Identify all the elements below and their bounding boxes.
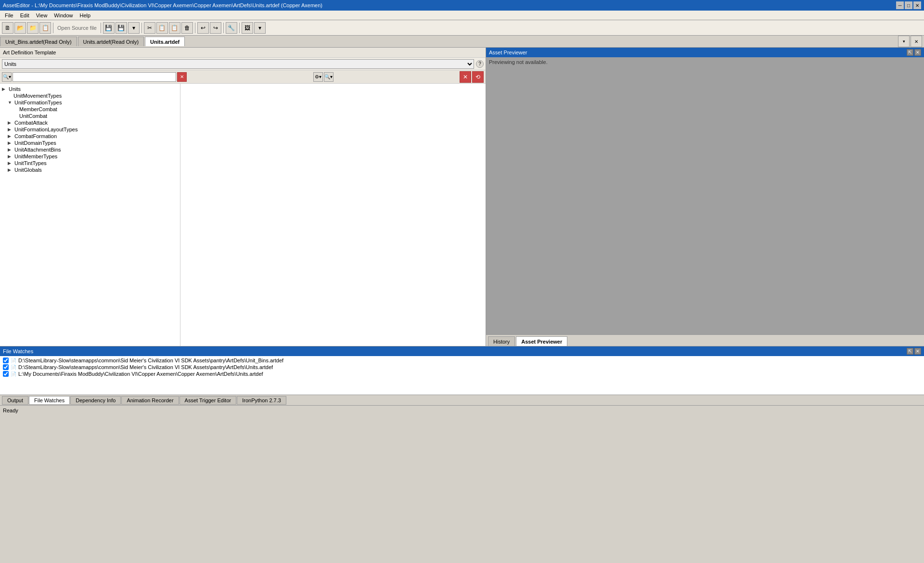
tab-units-artdef[interactable]: Units.artdef <box>145 37 185 46</box>
tree-panel: ▶ Units UnitMovementTypes ▼ UnitFormatio… <box>0 84 180 346</box>
tree-arrow-unitformationlayouttypes: ▶ <box>8 127 13 132</box>
tree-arrow-unitdomaintypes: ▶ <box>8 141 13 145</box>
tree-arrow-unitTintTypes: ▶ <box>8 161 13 166</box>
file-watches-float-btn[interactable]: ⇱ <box>907 348 913 355</box>
tree-arrow-unitattachmentbins: ▶ <box>8 147 13 152</box>
tree-arrow-units: ▶ <box>2 87 7 91</box>
undo-button[interactable]: ↩ <box>197 22 209 34</box>
tree-item-unitcombat[interactable]: UnitCombat <box>0 113 180 119</box>
file-watch-check-0[interactable] <box>3 358 9 363</box>
tree-label-units: Units <box>9 86 21 92</box>
status-tab-asset-trigger-editor[interactable]: Asset Trigger Editor <box>180 396 237 405</box>
tab-history[interactable]: History <box>488 336 515 346</box>
toolbar-sep-6 <box>239 23 240 33</box>
tab-asset-previewer[interactable]: Asset Previewer <box>516 336 567 346</box>
open-folder-button[interactable]: 📁 <box>27 22 38 34</box>
menu-file[interactable]: File <box>2 12 16 19</box>
file-watch-path-2: L:\My Documents\Firaxis ModBuddy\Civiliz… <box>18 371 263 377</box>
redo-button[interactable]: ↪ <box>210 22 221 34</box>
art-def-dropdown[interactable]: Units <box>2 59 474 69</box>
tree-item-unitformationtypes[interactable]: ▼ UnitFormationTypes <box>0 99 180 106</box>
right-panel-close-btn[interactable]: ✕ <box>914 49 921 56</box>
preview-text: Previewing not available. <box>489 59 548 65</box>
tree-item-unitdomaintypes[interactable]: ▶ UnitDomainTypes <box>0 140 180 146</box>
status-tabs: Output File Watches Dependency Info Anim… <box>0 395 924 405</box>
tools-button[interactable]: 🔧 <box>226 22 237 34</box>
tree-label-unitTintTypes: UnitTintTypes <box>14 160 47 166</box>
file-watch-check-1[interactable] <box>3 364 9 370</box>
previewer-area: Previewing not available. <box>486 57 924 334</box>
tree-item-unitformationlayouttypes[interactable]: ▶ UnitFormationLayoutTypes <box>0 126 180 133</box>
detail-panel <box>180 84 486 346</box>
file-watch-icon-2: 📄 <box>11 371 16 377</box>
tree-item-unitmovementtypes[interactable]: UnitMovementTypes <box>0 92 180 99</box>
tab-bar-dropdown[interactable]: ▾ <box>898 36 910 47</box>
search-find-btn[interactable]: 🔍▾ <box>324 72 334 82</box>
close-button[interactable]: ✕ <box>913 1 921 9</box>
tree-item-unitTintTypes[interactable]: ▶ UnitTintTypes <box>0 160 180 166</box>
art-def-selector: Units ? <box>0 58 486 70</box>
tab-bar-close[interactable]: ✕ <box>911 36 922 47</box>
extra-button[interactable]: ▾ <box>128 22 140 34</box>
status-text: Ready <box>3 408 18 413</box>
save-all-button[interactable]: 💾 <box>116 22 127 34</box>
tree-item-units[interactable]: ▶ Units <box>0 86 180 92</box>
open-button[interactable]: 📂 <box>14 22 26 34</box>
asset-button[interactable]: 🖼 <box>242 22 253 34</box>
tree-item-unitattachmentbins[interactable]: ▶ UnitAttachmentBins <box>0 146 180 153</box>
save-button[interactable]: 💾 <box>103 22 115 34</box>
file-watch-icon-0: 📄 <box>11 358 16 363</box>
menu-edit[interactable]: Edit <box>17 12 32 19</box>
tab-units-readonly[interactable]: Units.artdef(Read Only) <box>78 37 144 46</box>
status-tab-output[interactable]: Output <box>2 396 28 405</box>
tree-item-membercombat[interactable]: MemberCombat <box>0 106 180 113</box>
tree-item-unitmembertypes[interactable]: ▶ UnitMemberTypes <box>0 153 180 160</box>
main-container: Art Definition Template Units ? 🔍▾ ✕ ⚙▾ … <box>0 48 924 346</box>
search-clear-btn[interactable]: ✕ <box>177 72 187 82</box>
status-tab-dependency-info[interactable]: Dependency Info <box>70 396 121 405</box>
toolbar-sep-3 <box>141 23 142 33</box>
menu-window[interactable]: Window <box>51 12 76 19</box>
toolbar-sep-5 <box>223 23 224 33</box>
art-def-help[interactable]: ? <box>476 60 484 68</box>
tree-arrow-unitformationtypes: ▼ <box>8 100 13 105</box>
status-tab-file-watches[interactable]: File Watches <box>29 396 70 405</box>
open-source-label: Open Source file <box>55 25 99 31</box>
status-tab-animation-recorder[interactable]: Animation Recorder <box>121 396 179 405</box>
tree-label-unitglobals: UnitGlobals <box>14 167 42 173</box>
tab-unit-bins[interactable]: Unit_Bins.artdef(Read Only) <box>0 37 77 46</box>
file-watches-close-btn[interactable]: ✕ <box>914 348 921 355</box>
search-icon-btn[interactable]: 🔍▾ <box>2 72 12 82</box>
copy-button[interactable]: 📋 <box>156 22 168 34</box>
tree-label-unitformationtypes: UnitFormationTypes <box>14 100 62 105</box>
search-input[interactable] <box>13 72 176 82</box>
menu-view[interactable]: View <box>33 12 51 19</box>
collapse-all-btn[interactable]: ✕ <box>460 71 471 83</box>
file-watch-item-2: 📄 L:\My Documents\Firaxis ModBuddy\Civil… <box>2 371 922 377</box>
paste-button[interactable]: 📋 <box>169 22 180 34</box>
asset-extra-button[interactable]: ▾ <box>254 22 266 34</box>
minimize-button[interactable]: ─ <box>896 1 904 9</box>
delete-button[interactable]: 🗑 <box>181 22 193 34</box>
tree-item-combatformation[interactable]: ▶ CombatFormation <box>0 133 180 140</box>
right-panel-float-btn[interactable]: ⇱ <box>907 49 913 56</box>
filter-btn[interactable]: ⚙▾ <box>313 72 323 82</box>
expand-all-btn[interactable]: ⟲ <box>472 71 484 83</box>
search-bar: 🔍▾ ✕ ⚙▾ 🔍▾ ✕ ⟲ <box>0 70 486 84</box>
tree-arrow-combatformation: ▶ <box>8 134 13 139</box>
file-watch-check-2[interactable] <box>3 371 9 377</box>
cut-button[interactable]: ✂ <box>144 22 155 34</box>
tree-item-combatattack[interactable]: ▶ CombatAttack <box>0 119 180 126</box>
tree-item-unitglobals[interactable]: ▶ UnitGlobals <box>0 166 180 173</box>
menu-help[interactable]: Help <box>77 12 93 19</box>
open-recent-button[interactable]: 📋 <box>39 22 51 34</box>
new-button[interactable]: 🗎 <box>2 22 13 34</box>
file-watches-content: 📄 D:\SteamLibrary-Slow\steamapps\common\… <box>0 356 924 395</box>
toolbar-sep-4 <box>195 23 195 33</box>
previewer-tabs: History Asset Previewer <box>486 334 924 346</box>
maximize-button[interactable]: □ <box>905 1 912 9</box>
status-tab-ironpython[interactable]: IronPython 2.7.3 <box>237 396 286 405</box>
tree-arrow-unitmembertypes: ▶ <box>8 154 13 159</box>
tree-arrow-unitglobals: ▶ <box>8 167 13 172</box>
tree-label-unitmovementtypes: UnitMovementTypes <box>13 93 62 99</box>
